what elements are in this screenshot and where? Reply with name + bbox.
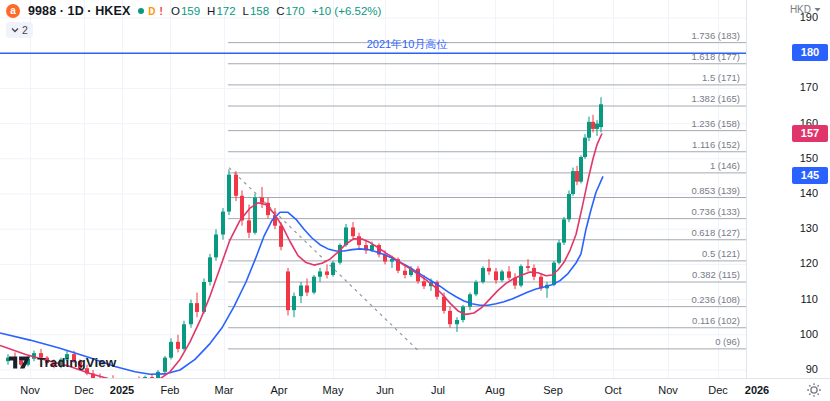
time-axis-label: Dec (74, 384, 94, 396)
indicators-collapse-button[interactable]: 2 (6, 22, 33, 38)
tradingview-mark-icon (8, 355, 32, 370)
price-chart-canvas[interactable]: 1.736 (183)1.618 (177)1.5 (171)1.382 (16… (0, 0, 746, 378)
fib-level-label: 0 (96) (715, 336, 740, 347)
ma-fast-price-badge: 157 (792, 125, 828, 142)
gridlines (0, 0, 746, 378)
tradingview-logo[interactable]: TradingView (8, 355, 116, 370)
ohlc-values: O159H172L158C170 (171, 5, 305, 17)
ohlc-key: H (207, 5, 215, 17)
price-axis-label: 110 (800, 293, 818, 305)
ohlc-value: 159 (181, 5, 200, 17)
time-axis-label: Jun (376, 384, 394, 396)
ma-slow-price-badge: 145 (792, 167, 828, 184)
horizontal-line-label: 2021年10月高位 (367, 38, 448, 50)
price-axis-label: 170 (800, 81, 818, 93)
time-axis-label: Oct (604, 384, 621, 396)
ohlc-value: 170 (285, 5, 304, 17)
price-axis-label: 140 (800, 187, 818, 199)
time-axis-label: Mar (215, 384, 234, 396)
fib-level-label: 1.116 (152) (692, 139, 740, 150)
fib-level-label: 0.5 (121) (702, 248, 740, 259)
time-axis-label: Dec (708, 384, 728, 396)
fib-level-label: 1.618 (177) (691, 51, 740, 62)
tradingview-chart-window: 1.736 (183)1.618 (177)1.5 (171)1.382 (16… (0, 0, 830, 401)
ohlc-key: O (171, 5, 180, 17)
time-axis-label: 2026 (745, 384, 769, 396)
fib-level-label: 0.618 (127) (691, 227, 740, 238)
ohlc-value: 172 (216, 5, 235, 17)
price-axis-label: 90 (806, 363, 818, 375)
price-axis[interactable]: HKD 190170160150140130120110100901801571… (746, 0, 830, 378)
ma-fast-line[interactable] (0, 134, 602, 379)
ohlc-item: O159 (171, 5, 200, 17)
time-axis-label: May (323, 384, 344, 396)
time-axis-label: Feb (161, 384, 180, 396)
delayed-data-icon[interactable]: D (148, 6, 155, 17)
symbol-logo: a (6, 4, 20, 18)
ohlc-readout: O159H172L158C170 +10 (+6.52%) (171, 5, 381, 17)
time-axis-label: Nov (658, 384, 678, 396)
price-axis-label: 100 (800, 328, 818, 340)
fib-level-label: 0.382 (115) (692, 269, 740, 280)
symbol-title[interactable]: 9988 · 1D · HKEX (28, 4, 130, 18)
fib-level-label: 1.236 (158) (691, 118, 740, 129)
time-axis-label: 2025 (110, 384, 134, 396)
indicators-count: 2 (22, 24, 28, 36)
time-axis-label: Sep (543, 384, 563, 396)
fib-level-label: 0.116 (102) (692, 315, 740, 326)
fib-level-label: 0.736 (133) (691, 206, 740, 217)
chart-legend: a 9988 · 1D · HKEX D ! O159H172L158C170 … (6, 4, 381, 18)
ohlc-item: H172 (207, 5, 236, 17)
fib-level-label: 0.236 (108) (691, 294, 740, 305)
fib-level-label: 1.382 (165) (691, 93, 740, 104)
time-axis-label: Apr (270, 384, 287, 396)
tradingview-logo-text: TradingView (37, 355, 116, 370)
ohlc-item: C170 (276, 5, 305, 17)
ohlc-key: C (276, 5, 284, 17)
horizontal-line-price-badge: 180 (792, 44, 828, 61)
data-alert-icon[interactable]: ! (160, 6, 163, 17)
candles (6, 97, 603, 378)
price-change-readout: +10 (+6.52%) (312, 5, 382, 17)
price-axis-label: 120 (800, 257, 818, 269)
price-axis-label: 150 (800, 152, 818, 164)
chart-settings-gear-icon[interactable] (806, 382, 822, 398)
market-status-dot-icon (138, 8, 144, 14)
fib-level-label: 0.853 (139) (691, 185, 740, 196)
price-axis-label: 130 (800, 222, 818, 234)
ohlc-key: L (243, 5, 249, 17)
time-axis-label: Nov (20, 384, 40, 396)
ma-slow-line[interactable] (0, 176, 603, 374)
fib-level-label: 1.736 (183) (691, 30, 740, 41)
fib-level-label: 1 (146) (710, 160, 740, 171)
price-axis-label: 190 (800, 11, 818, 23)
ohlc-item: L158 (243, 5, 270, 17)
fib-level-label: 1.5 (171) (702, 72, 740, 83)
market-status-icons: D ! (138, 6, 163, 17)
chevron-down-icon (11, 27, 19, 33)
time-axis-label: Aug (485, 384, 505, 396)
ohlc-value: 158 (250, 5, 269, 17)
time-axis-label: Jul (431, 384, 445, 396)
time-axis[interactable]: NovDec2025FebMarAprMayJunJulAugSepOctNov… (0, 378, 830, 401)
